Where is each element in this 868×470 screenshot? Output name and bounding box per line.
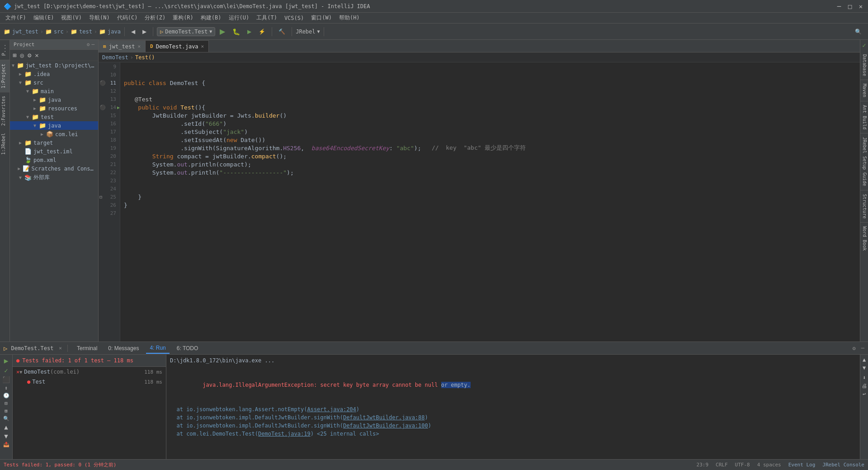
forward-button[interactable]: ▶ bbox=[140, 27, 149, 36]
test-item-test-method[interactable]: ● Test 118 ms bbox=[13, 377, 166, 387]
ed-breadcrumb-class[interactable]: DemoTest bbox=[102, 54, 128, 61]
run-icon-14[interactable]: ▶ bbox=[117, 105, 120, 110]
tab-jwt_test[interactable]: m jwt_test ✕ bbox=[99, 40, 146, 52]
tree-item-target[interactable]: ▶ 📁 target bbox=[10, 138, 98, 147]
run-play-button[interactable]: ▶ bbox=[4, 356, 9, 365]
run-next-fail[interactable]: ▼ bbox=[4, 432, 8, 440]
menu-item-f[interactable]: 文件(F) bbox=[2, 13, 30, 23]
tab-jwt_test-close[interactable]: ✕ bbox=[137, 43, 141, 49]
console-scroll-up[interactable]: ▲ bbox=[863, 356, 866, 363]
right-tab-maven[interactable]: Maven bbox=[860, 80, 868, 101]
tab-demo-test[interactable]: D DemoTest.java ✕ bbox=[146, 40, 209, 52]
right-tab-ant[interactable]: Ant Build bbox=[860, 101, 868, 133]
run-collapse[interactable]: ⊟ bbox=[5, 400, 8, 406]
tab-todo[interactable]: 6: TODO bbox=[173, 343, 202, 353]
tree-item-external[interactable]: ▼ 📚 外部库 bbox=[10, 173, 98, 182]
menu-item-v[interactable]: 视图(V) bbox=[57, 13, 85, 23]
panel-gear-icon[interactable]: ⚙ bbox=[87, 42, 90, 47]
tree-item-resources[interactable]: ▶ 📁 resources bbox=[10, 104, 98, 113]
run-stop-button[interactable]: ⬛ bbox=[2, 376, 10, 383]
status-jrebel-console[interactable]: JRebel Console bbox=[822, 462, 864, 468]
menu-item-w[interactable]: 窗口(W) bbox=[307, 13, 335, 23]
tree-item-iml[interactable]: ▶ 📄 jwt_test.iml bbox=[10, 147, 98, 156]
tree-item-test[interactable]: ▼ 📁 test bbox=[10, 113, 98, 121]
build-button[interactable]: 🔨 bbox=[276, 27, 288, 36]
right-tab-structure[interactable]: Structure bbox=[860, 190, 868, 223]
close-button[interactable]: ✕ bbox=[857, 3, 864, 10]
run-panel-close-tab[interactable]: ✕ bbox=[59, 345, 62, 351]
right-tab-jrebel-setup[interactable]: JRebel Setup Guide bbox=[860, 133, 868, 190]
collapse-icon-25[interactable]: ⊟ bbox=[99, 195, 102, 199]
menu-item-e[interactable]: 编辑(E) bbox=[30, 13, 58, 23]
tree-item-com-lei[interactable]: ▶ 📦 com.lei bbox=[10, 130, 98, 138]
status-indent[interactable]: 4 spaces bbox=[757, 462, 781, 468]
tab-messages[interactable]: 0: Messages bbox=[104, 343, 142, 353]
tab-run[interactable]: 4: Run bbox=[146, 343, 169, 354]
tree-item-java-test[interactable]: ▼ 📁 java bbox=[10, 121, 98, 130]
toolbar-breadcrumb-project[interactable]: jwt_test bbox=[12, 28, 38, 35]
run-rerun-button[interactable]: ✓ bbox=[4, 367, 8, 374]
console-wrap[interactable]: ↩ bbox=[863, 391, 866, 397]
menu-item-c[interactable]: 代码(C) bbox=[113, 13, 142, 23]
run-expand[interactable]: ⊞ bbox=[5, 408, 8, 414]
tree-item-scratches[interactable]: ▶ 📝 Scratches and Console 20 bbox=[10, 164, 98, 173]
left-tab-1-project[interactable]: 1:Project bbox=[0, 60, 9, 92]
left-tab-2-favorites[interactable]: 2:Favorites bbox=[0, 92, 9, 129]
debug-button[interactable]: 🐛 bbox=[230, 27, 243, 37]
coverage-button[interactable]: ▶ bbox=[245, 27, 254, 36]
tree-item-idea[interactable]: ▶ 📁 .idea bbox=[10, 70, 98, 78]
left-tab-project[interactable]: P... bbox=[0, 40, 9, 60]
profile-button[interactable]: ⚡ bbox=[256, 27, 268, 36]
toolbar-breadcrumb-java[interactable]: java bbox=[108, 28, 121, 35]
menu-item-u[interactable]: 运行(U) bbox=[225, 13, 253, 23]
console-scroll-end[interactable]: ⬇ bbox=[863, 375, 866, 381]
run-sort-alpha[interactable]: ↕ bbox=[5, 385, 8, 391]
tree-item-main[interactable]: ▼ 📁 main bbox=[10, 87, 98, 95]
menu-item-z[interactable]: 分析(Z) bbox=[141, 13, 169, 23]
status-charset[interactable]: UTF-8 bbox=[735, 462, 750, 468]
right-tab-wordbook[interactable]: Word Book bbox=[860, 223, 868, 254]
menu-item-n[interactable]: 导航(N) bbox=[85, 13, 113, 23]
tab-demo-close[interactable]: ✕ bbox=[201, 43, 204, 49]
locate-file-button[interactable]: ◎ bbox=[19, 51, 24, 60]
menu-item-h[interactable]: 帮助(H) bbox=[335, 13, 363, 23]
back-button[interactable]: ◀ bbox=[128, 27, 138, 36]
right-tab-database[interactable]: Database bbox=[860, 51, 868, 80]
stack-link-2[interactable]: DefaultJwtBuilder.java:88 bbox=[343, 414, 425, 421]
tree-item-pom[interactable]: ▶ 🍃 pom.xml bbox=[10, 156, 98, 164]
run-export[interactable]: 📤 bbox=[3, 442, 9, 447]
panel-settings-icon[interactable]: ⚙ bbox=[853, 345, 856, 351]
maximize-button[interactable]: □ bbox=[846, 3, 854, 10]
run-sort-dur[interactable]: 🕐 bbox=[3, 393, 9, 399]
menu-item-r[interactable]: 重构(R) bbox=[169, 13, 197, 23]
menu-item-t[interactable]: 工具(T) bbox=[253, 13, 281, 23]
menu-item-vcss[interactable]: VCS(S) bbox=[281, 14, 307, 22]
panel-minimize-icon[interactable]: ─ bbox=[861, 345, 864, 351]
stack-link-4[interactable]: DemoTest.java:19 bbox=[258, 431, 311, 437]
ed-breadcrumb-method[interactable]: Test() bbox=[135, 54, 155, 61]
tab-terminal[interactable]: Terminal bbox=[73, 343, 101, 353]
panel-close-icon[interactable]: ─ bbox=[91, 42, 94, 47]
toolbar-breadcrumb-test[interactable]: test bbox=[79, 28, 92, 35]
test-item-democlass[interactable]: ✕ ▼ DemoTest (com.lei) 118 ms bbox=[13, 367, 166, 377]
left-tab-jrebel[interactable]: 1:JRebel bbox=[0, 129, 9, 158]
menu-item-b[interactable]: 构建(B) bbox=[197, 13, 225, 23]
console-scroll-down[interactable]: ▼ bbox=[863, 365, 866, 371]
close-panel-button[interactable]: ✕ bbox=[34, 51, 39, 60]
tree-item-jwt_test[interactable]: ▼ 📁 jwt_test D:\project\de... bbox=[10, 61, 98, 70]
jrebel-dropdown[interactable]: ▼ bbox=[317, 29, 320, 34]
tree-item-src[interactable]: ▼ 📁 src bbox=[10, 78, 98, 87]
settings-button[interactable]: ⚙ bbox=[27, 51, 32, 60]
toolbar-breadcrumb-src[interactable]: src bbox=[54, 28, 64, 35]
run-filter[interactable]: 🔍 bbox=[3, 416, 9, 422]
collapse-all-button[interactable]: ⊞ bbox=[12, 51, 17, 60]
search-everywhere-button[interactable]: 🔍 bbox=[852, 27, 864, 36]
code-content[interactable]: public class DemoTest { @Test public voi… bbox=[120, 62, 860, 342]
tree-item-java-main[interactable]: ▶ 📁 java bbox=[10, 95, 98, 104]
stack-link-1[interactable]: Assert.java:204 bbox=[307, 406, 356, 413]
stack-link-3[interactable]: DefaultJwtBuilder.java:100 bbox=[343, 423, 428, 429]
minimize-button[interactable]: ─ bbox=[835, 3, 843, 10]
debug-icon-11[interactable]: ⚫ bbox=[99, 80, 106, 86]
status-crlf[interactable]: CRLF bbox=[716, 462, 728, 468]
debug-icon-14[interactable]: ⚫ bbox=[99, 104, 106, 110]
